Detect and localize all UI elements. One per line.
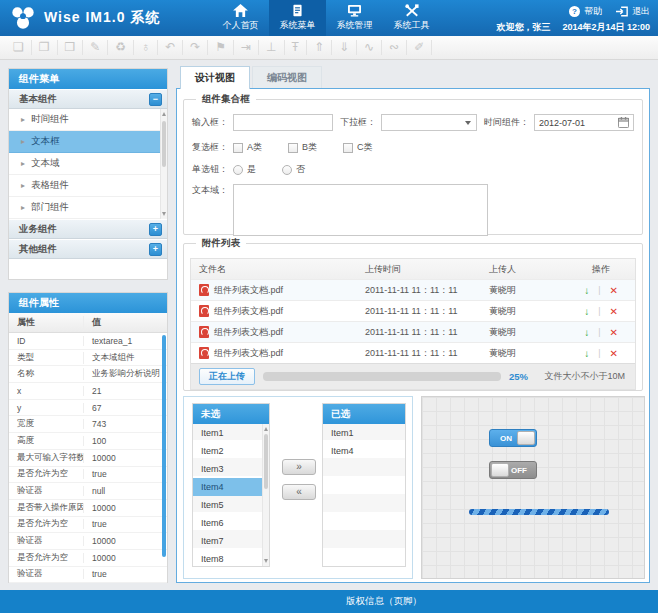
checkbox-icon[interactable] bbox=[343, 143, 353, 153]
scroll-thumb[interactable] bbox=[162, 121, 166, 167]
toggle-knob[interactable] bbox=[491, 463, 509, 477]
delete-icon[interactable]: ♻ bbox=[108, 40, 134, 55]
menu-item[interactable]: ▸ 部门组件 bbox=[9, 197, 161, 219]
properties-scrollbar[interactable] bbox=[162, 335, 166, 557]
upload-doc-icon[interactable]: ⇑ bbox=[307, 40, 332, 55]
list-item[interactable]: Item2 bbox=[193, 442, 269, 460]
list-item[interactable]: Item8 bbox=[193, 550, 269, 568]
checkbox-icon[interactable] bbox=[233, 143, 243, 153]
checkbox-option[interactable]: C类 bbox=[343, 141, 373, 154]
column-actions: 操作 bbox=[567, 263, 635, 276]
nav-label: 系统菜单 bbox=[280, 19, 316, 32]
text-input[interactable] bbox=[233, 114, 333, 131]
uploading-button[interactable]: 正在上传 bbox=[199, 368, 255, 385]
scroll-up-icon[interactable] bbox=[162, 112, 166, 116]
delete-icon[interactable]: ✕ bbox=[609, 327, 617, 338]
radio-option[interactable]: 是 bbox=[233, 163, 256, 176]
move-right-button[interactable]: » bbox=[282, 459, 316, 475]
radio-option[interactable]: 否 bbox=[282, 163, 305, 176]
list-item[interactable]: Item4 bbox=[193, 478, 269, 496]
scroll-up-icon[interactable] bbox=[264, 427, 268, 431]
flag-icon[interactable]: ⚑ bbox=[208, 40, 234, 55]
accordion-business-components[interactable]: 业务组件 + bbox=[9, 219, 167, 239]
list-item[interactable]: Item5 bbox=[193, 496, 269, 514]
edit-icon[interactable]: ✎ bbox=[83, 40, 108, 55]
textarea-input[interactable] bbox=[233, 184, 488, 236]
menu-doc-icon bbox=[291, 4, 304, 17]
view-tab[interactable]: 编码视图 bbox=[252, 66, 322, 88]
list-item[interactable]: Item6 bbox=[193, 514, 269, 532]
property-name: 最大可输入字符数 bbox=[9, 452, 83, 464]
new-file-icon[interactable]: ❏ bbox=[6, 40, 32, 55]
expand-icon[interactable]: + bbox=[149, 243, 162, 256]
undo-icon[interactable]: ↶ bbox=[158, 40, 183, 55]
menu-scrollbar[interactable] bbox=[160, 109, 167, 219]
menu-item[interactable]: ▸ 表格组件 bbox=[9, 175, 161, 197]
scroll-down-icon[interactable] bbox=[264, 559, 268, 563]
help-link[interactable]: ? 帮助 bbox=[569, 5, 602, 18]
property-name: 验证器 bbox=[9, 535, 83, 547]
toggle-off[interactable]: OFF bbox=[489, 461, 537, 479]
date-input[interactable]: 2012-07-01 bbox=[534, 114, 634, 131]
download-icon[interactable]: ↓ bbox=[584, 285, 589, 296]
menu-item[interactable]: ▸ 文本框 bbox=[9, 131, 161, 153]
attachment-table-header: 文件名 上传时间 上传人 操作 bbox=[191, 259, 635, 279]
open-folder-icon[interactable]: ❐ bbox=[32, 40, 58, 55]
pencil-icon[interactable]: ✐ bbox=[407, 40, 432, 55]
chevron-down-icon[interactable] bbox=[465, 121, 471, 125]
list-item[interactable]: Item7 bbox=[193, 532, 269, 550]
menu-item[interactable]: ▸ 时间组件 bbox=[9, 109, 161, 131]
pdf-icon bbox=[199, 347, 209, 359]
save-icon[interactable]: ❒ bbox=[58, 40, 84, 55]
list-item[interactable]: Item1 bbox=[323, 424, 405, 442]
accordion-other-components[interactable]: 其他组件 + bbox=[9, 239, 167, 259]
indent-icon[interactable]: ⇥ bbox=[234, 40, 259, 55]
align-bottom-icon[interactable]: ⊥ bbox=[259, 40, 284, 55]
nav-item-system-tools[interactable]: 系统工具 bbox=[383, 0, 440, 36]
toggle-on[interactable]: ON bbox=[489, 429, 537, 447]
checkbox-option[interactable]: B类 bbox=[288, 141, 317, 154]
view-tab[interactable]: 设计视图 bbox=[180, 66, 250, 89]
list-item[interactable]: Item1 bbox=[193, 424, 269, 442]
input-label: 输入框： bbox=[192, 116, 228, 129]
wave-line-icon[interactable]: ∿ bbox=[357, 40, 382, 55]
list-item[interactable]: Item3 bbox=[193, 460, 269, 478]
delete-icon[interactable]: ✕ bbox=[609, 285, 617, 296]
nav-item-system-admin[interactable]: 系统管理 bbox=[326, 0, 383, 36]
publish-icon[interactable]: ♁ bbox=[134, 40, 158, 55]
property-row: ID textarea_1 bbox=[9, 333, 167, 350]
nav-item-system-menu[interactable]: 系统菜单 bbox=[269, 0, 326, 36]
logout-link[interactable]: 退出 bbox=[616, 5, 650, 18]
delete-icon[interactable]: ✕ bbox=[609, 306, 617, 317]
accordion-basic-components[interactable]: 基本组件 − bbox=[9, 89, 167, 109]
delete-icon[interactable]: ✕ bbox=[609, 348, 617, 359]
download-icon[interactable]: ↓ bbox=[584, 327, 589, 338]
component-properties-title: 组件属性 bbox=[9, 293, 167, 313]
radio-icon[interactable] bbox=[282, 165, 292, 175]
checkbox-icon[interactable] bbox=[288, 143, 298, 153]
attachment-filename: 组件列表文档.pdf bbox=[214, 305, 283, 318]
redo-icon[interactable]: ↷ bbox=[183, 40, 208, 55]
curve-line-icon[interactable]: ∾ bbox=[382, 40, 407, 55]
list-item[interactable]: Item4 bbox=[323, 442, 405, 460]
collapse-icon[interactable]: − bbox=[149, 93, 162, 106]
expand-icon[interactable]: + bbox=[149, 223, 162, 236]
download-icon[interactable]: ↓ bbox=[584, 348, 589, 359]
menu-item[interactable]: ▸ 文本域 bbox=[9, 153, 161, 175]
checkbox-option[interactable]: A类 bbox=[233, 141, 262, 154]
attachment-actions: ↓ | ✕ bbox=[567, 348, 635, 359]
download-doc-icon[interactable]: ⇓ bbox=[332, 40, 357, 55]
list-scrollbar[interactable] bbox=[262, 424, 269, 566]
download-icon[interactable]: ↓ bbox=[584, 306, 589, 317]
property-row: 类型 文本域组件 bbox=[9, 350, 167, 367]
scroll-thumb[interactable] bbox=[264, 434, 268, 489]
calendar-icon[interactable] bbox=[618, 117, 629, 128]
dropdown-select[interactable] bbox=[381, 114, 477, 131]
text-format-icon[interactable]: Ŧ bbox=[285, 40, 307, 55]
toggle-knob[interactable] bbox=[517, 431, 535, 445]
radio-icon[interactable] bbox=[233, 165, 243, 175]
nav-item-home[interactable]: 个人首页 bbox=[212, 0, 269, 36]
scroll-down-icon[interactable] bbox=[162, 212, 166, 216]
attachment-uploader: 黄晓明 bbox=[483, 284, 567, 297]
move-left-button[interactable]: « bbox=[282, 484, 316, 500]
